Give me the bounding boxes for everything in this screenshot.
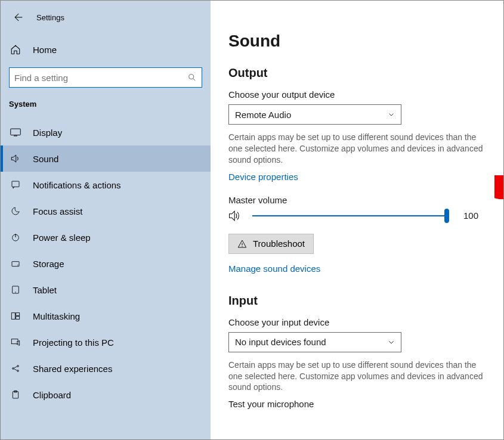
- projecting-icon: [9, 337, 22, 347]
- sidebar-item-multitasking[interactable]: Multitasking: [1, 303, 211, 329]
- home-nav[interactable]: Home: [9, 38, 202, 61]
- search-input-wrap[interactable]: [9, 67, 202, 88]
- sidebar-item-projecting[interactable]: Projecting to this PC: [1, 329, 211, 355]
- svg-point-5: [17, 265, 18, 265]
- sidebar-item-notifications[interactable]: Notifications & actions: [1, 172, 211, 198]
- output-helper-text: Certain apps may be set up to use differ…: [228, 132, 491, 166]
- manage-sound-devices-link[interactable]: Manage sound devices: [228, 264, 320, 274]
- focus-assist-icon: [9, 206, 22, 216]
- sidebar-item-label: Power & sleep: [33, 233, 91, 243]
- slider-thumb[interactable]: [444, 209, 449, 223]
- input-heading: Input: [228, 294, 491, 308]
- sidebar-item-label: Display: [33, 128, 62, 138]
- chevron-down-icon: [388, 111, 395, 118]
- sidebar-section-label: System: [9, 100, 202, 109]
- svg-rect-8: [11, 313, 15, 320]
- svg-point-13: [17, 365, 19, 367]
- app-title: Settings: [36, 13, 64, 22]
- annotation-arrow: [494, 175, 503, 199]
- content-pane: Sound Output Choose your output device R…: [211, 1, 503, 439]
- svg-rect-1: [11, 129, 21, 135]
- sidebar-item-focus-assist[interactable]: Focus assist: [1, 198, 211, 224]
- titlebar: Settings: [9, 8, 202, 27]
- sidebar-item-power-sleep[interactable]: Power & sleep: [1, 224, 211, 250]
- warning-icon: [237, 239, 247, 249]
- sidebar-item-label: Storage: [33, 259, 64, 269]
- power-icon: [9, 233, 22, 242]
- sidebar-item-label: Tablet: [33, 285, 57, 295]
- device-properties-link[interactable]: Device properties: [228, 172, 298, 182]
- sidebar-item-label: Multitasking: [33, 311, 80, 321]
- search-input[interactable]: [14, 73, 187, 83]
- svg-point-17: [242, 246, 242, 246]
- shared-icon: [9, 364, 22, 373]
- sidebar-item-display[interactable]: Display: [1, 119, 211, 145]
- search-icon: [187, 73, 197, 82]
- svg-point-7: [15, 292, 16, 292]
- input-helper-text: Certain apps may be set up to use differ…: [228, 360, 491, 393]
- volume-icon: [228, 210, 242, 222]
- sidebar-item-label: Clipboard: [33, 390, 71, 400]
- sidebar-item-label: Notifications & actions: [33, 180, 121, 190]
- sidebar-item-storage[interactable]: Storage: [1, 250, 211, 277]
- svg-rect-2: [12, 181, 19, 187]
- home-label: Home: [33, 45, 57, 55]
- sidebar-nav: Display Sound Notifications & actions Fo…: [1, 119, 211, 408]
- tablet-icon: [9, 285, 22, 295]
- page-title: Sound: [228, 32, 491, 51]
- back-button[interactable]: [9, 9, 26, 26]
- notifications-icon: [9, 180, 22, 190]
- troubleshoot-label: Troubleshoot: [253, 238, 305, 249]
- sidebar-item-shared-experiences[interactable]: Shared experiences: [1, 355, 211, 382]
- clipboard-icon: [9, 390, 22, 399]
- sidebar-item-tablet[interactable]: Tablet: [1, 277, 211, 303]
- svg-rect-4: [12, 262, 19, 267]
- sidebar-item-label: Projecting to this PC: [33, 337, 114, 348]
- home-icon: [9, 44, 22, 55]
- svg-rect-11: [11, 339, 18, 344]
- svg-point-14: [17, 370, 19, 372]
- test-mic-label: Test your microphone: [228, 399, 491, 409]
- input-device-label: Choose your input device: [228, 317, 491, 327]
- sidebar: Settings Home System Display Sound Notif…: [1, 1, 211, 439]
- sidebar-item-sound[interactable]: Sound: [1, 145, 211, 172]
- svg-rect-10: [16, 317, 20, 320]
- chevron-down-icon: [388, 339, 395, 346]
- arrow-left-icon: [12, 12, 23, 23]
- output-heading: Output: [228, 66, 491, 80]
- svg-rect-9: [16, 313, 20, 316]
- sidebar-item-label: Focus assist: [33, 206, 82, 216]
- storage-icon: [9, 259, 22, 268]
- master-volume-label: Master volume: [228, 195, 491, 205]
- volume-slider[interactable]: [252, 210, 449, 222]
- volume-value: 100: [463, 210, 478, 221]
- troubleshoot-button[interactable]: Troubleshoot: [228, 234, 314, 254]
- display-icon: [9, 128, 22, 137]
- svg-point-12: [13, 368, 14, 370]
- sidebar-item-clipboard[interactable]: Clipboard: [1, 382, 211, 408]
- svg-point-0: [189, 75, 194, 79]
- output-device-value: Remote Audio: [235, 110, 291, 120]
- sidebar-item-label: Sound: [33, 154, 58, 164]
- sidebar-item-label: Shared experiences: [33, 364, 112, 374]
- input-device-dropdown[interactable]: No input devices found: [228, 332, 401, 352]
- output-device-label: Choose your output device: [228, 89, 491, 100]
- multitasking-icon: [9, 311, 22, 321]
- output-device-dropdown[interactable]: Remote Audio: [228, 104, 401, 125]
- input-device-value: No input devices found: [235, 337, 326, 347]
- volume-row: 100: [228, 210, 491, 222]
- sound-icon: [9, 154, 22, 163]
